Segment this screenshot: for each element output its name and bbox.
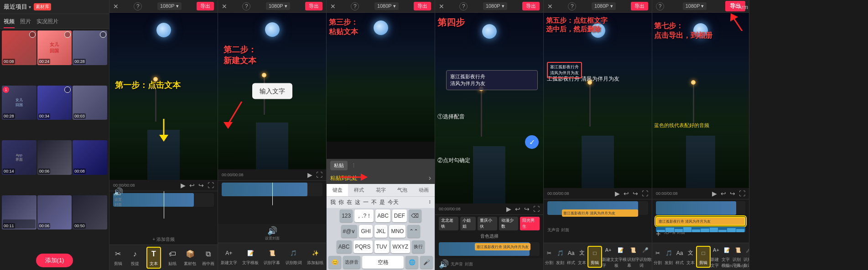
fullscreen-btn-2[interactable]: ⛶: [208, 182, 214, 189]
resolution-7[interactable]: 1080P ▾: [683, 2, 707, 10]
play-btn-6[interactable]: ▶: [615, 190, 620, 197]
close-btn-6[interactable]: ✕: [547, 3, 553, 10]
kb-tab-fancy[interactable]: 花字: [370, 184, 391, 196]
kb-key-abc[interactable]: ABC: [375, 209, 390, 222]
tab-photo[interactable]: 照片: [20, 16, 31, 28]
audio-chip-2[interactable]: 小姐姐: [460, 217, 476, 230]
redo-btn-2[interactable]: ↪: [198, 182, 204, 189]
audio-track-7[interactable]: [656, 227, 745, 232]
kb-key-globe[interactable]: 🌐: [405, 256, 418, 269]
tool-split-7[interactable]: ✂ 分割: [652, 248, 663, 266]
fullscreen-btn-3[interactable]: ⛶: [316, 171, 322, 178]
play-btn-2[interactable]: ▶: [181, 182, 186, 189]
fullscreen-btn-7[interactable]: ⛶: [739, 190, 745, 197]
audio-chip-5[interactable]: 阳光男生: [520, 217, 540, 230]
media-thumb-8[interactable]: 00:06: [37, 140, 72, 175]
suggestion-3[interactable]: 在: [347, 199, 352, 206]
kb-key-sym[interactable]: #@∨: [341, 225, 358, 238]
kb-key-pqrs[interactable]: PQRS: [353, 240, 373, 253]
help-btn-7[interactable]: ?: [656, 2, 664, 10]
sound-area-5[interactable]: 🔊 无声音 封面: [435, 258, 543, 270]
suggestion-6[interactable]: 不: [371, 199, 377, 206]
close-btn-2[interactable]: ✕: [113, 3, 119, 10]
help-btn-6[interactable]: ?: [568, 2, 576, 10]
media-thumb-2[interactable]: 女儿回国 00:24: [37, 31, 72, 65]
help-btn-3[interactable]: ?: [242, 2, 250, 10]
tool-cut-2[interactable]: ✂ 剪辑: [113, 249, 124, 267]
tool-lyrics-6[interactable]: 🎤 识别歌词: [639, 245, 652, 269]
tool-audio-7[interactable]: 🎵 发刻: [663, 248, 674, 266]
help-btn-4[interactable]: ?: [351, 2, 359, 10]
tool-template-6[interactable]: 📝 文字模板: [614, 245, 627, 269]
kb-key-123[interactable]: 123: [340, 209, 353, 222]
tab-live[interactable]: 实况照片: [36, 16, 58, 28]
play-btn-3[interactable]: ▶: [307, 171, 312, 178]
kb-key-caps[interactable]: ⌃⌃: [407, 225, 420, 238]
undo-btn-6[interactable]: ↩: [624, 190, 629, 197]
kb-key-ghi[interactable]: GHI: [359, 225, 372, 238]
text-track-7[interactable]: 塞江孤影夜行舟 清风为伴月为友: [656, 217, 745, 226]
kb-key-emoji[interactable]: 😊: [328, 256, 341, 269]
tool-audio2-6[interactable]: 🎵 发刻: [555, 248, 566, 266]
suggestion-4[interactable]: 这: [355, 199, 360, 206]
export-btn-3[interactable]: 导出: [305, 2, 322, 10]
media-thumb-6[interactable]: 00:03: [73, 86, 107, 120]
media-thumb-4[interactable]: 女儿回国 1 00:28: [2, 86, 36, 120]
tab-video[interactable]: 视频: [4, 16, 15, 28]
suggestion-7[interactable]: 是: [379, 199, 385, 206]
tool-newtext-6[interactable]: A+ 新建文字: [602, 245, 614, 269]
export-btn-2[interactable]: 导出: [197, 2, 214, 10]
suggestion-5[interactable]: 一: [363, 199, 369, 206]
resolution-6[interactable]: 1080P ▾: [592, 2, 616, 10]
close-btn-3[interactable]: ✕: [222, 3, 227, 10]
kb-key-space[interactable]: 空格: [362, 256, 404, 269]
media-thumb-3[interactable]: 00:28: [73, 31, 107, 65]
resolution-4[interactable]: 1080P ▾: [374, 2, 399, 10]
media-thumb-1[interactable]: 00:08: [2, 31, 36, 65]
confirm-btn-5[interactable]: ✓: [525, 135, 539, 149]
export-btn-4[interactable]: 导出: [414, 2, 431, 10]
media-thumb-5[interactable]: 00:34: [37, 86, 72, 120]
tool-split-6[interactable]: ✂ 分割: [544, 248, 555, 266]
fullscreen-btn-5[interactable]: ⛶: [533, 205, 540, 213]
suggestion-2[interactable]: 你: [338, 199, 344, 206]
audio-chip-3[interactable]: 重庆小伙: [478, 217, 497, 230]
tool-lyric-3[interactable]: 🎵 识别歌词: [286, 248, 302, 266]
resolution-5[interactable]: 1080P ▾: [483, 2, 507, 10]
kb-key-tuv[interactable]: TUV: [374, 240, 389, 253]
kb-key-pinyin[interactable]: 选拼音: [343, 256, 360, 269]
tool-style-6[interactable]: Aa 样式: [566, 248, 577, 266]
resolution-3[interactable]: 1080P ▾: [266, 2, 290, 10]
kb-key-mic[interactable]: 🎤: [420, 256, 433, 269]
red-box-text-6[interactable]: 塞江孤影夜行舟 清风为伴月为友: [547, 62, 582, 78]
tool-clip-6[interactable]: □ 剪辑: [587, 246, 602, 268]
recent-projects-title[interactable]: 最近项目 ▾: [4, 3, 31, 11]
tool-template-3[interactable]: 📝 文字模板: [242, 248, 259, 266]
tool-text-7[interactable]: 文 文本: [685, 248, 696, 266]
kb-key-enter[interactable]: 换行: [412, 240, 425, 253]
sound-area-3[interactable]: 🔊 设置封面: [218, 224, 326, 243]
redo-btn-6[interactable]: ↪: [633, 190, 638, 197]
add-button[interactable]: 添加(1): [36, 254, 73, 267]
tool-recognize-3[interactable]: 📜 识别字幕: [264, 248, 280, 266]
kb-key-abc2[interactable]: ABC: [337, 240, 352, 253]
tool-newtext-7[interactable]: A+ 新建文字: [711, 245, 722, 269]
close-btn-4[interactable]: ✕: [330, 3, 336, 10]
sound-area-2[interactable]: 🔊 设置封面: [113, 187, 123, 207]
kb-key-punct[interactable]: ，.?！: [354, 209, 374, 222]
resolution-2[interactable]: 1080P ▾: [157, 2, 182, 10]
play-btn-5[interactable]: ▶: [506, 205, 511, 213]
tool-text-6[interactable]: 文 文本: [577, 248, 587, 266]
kb-tab-animation[interactable]: 动画: [413, 184, 435, 196]
audio-chip-1[interactable]: 北北老铁: [439, 217, 458, 230]
suggestion-expand[interactable]: ↕: [428, 199, 431, 206]
tool-clip-7[interactable]: □ 剪辑: [696, 246, 711, 268]
media-thumb-11[interactable]: 00:06: [37, 195, 72, 230]
tool-audio-2[interactable]: ♪ 投提: [130, 249, 140, 267]
tool-sticker-3[interactable]: ✨ 添加贴纸: [307, 248, 323, 266]
suggestion-8[interactable]: 今天: [388, 199, 399, 206]
tool-style-7[interactable]: Aa 样式: [674, 248, 685, 266]
redo-btn-5[interactable]: ↪: [524, 205, 530, 213]
media-thumb-9[interactable]: 00:08: [73, 140, 107, 175]
tool-pip-2[interactable]: ⧉ 画中画: [202, 249, 214, 267]
